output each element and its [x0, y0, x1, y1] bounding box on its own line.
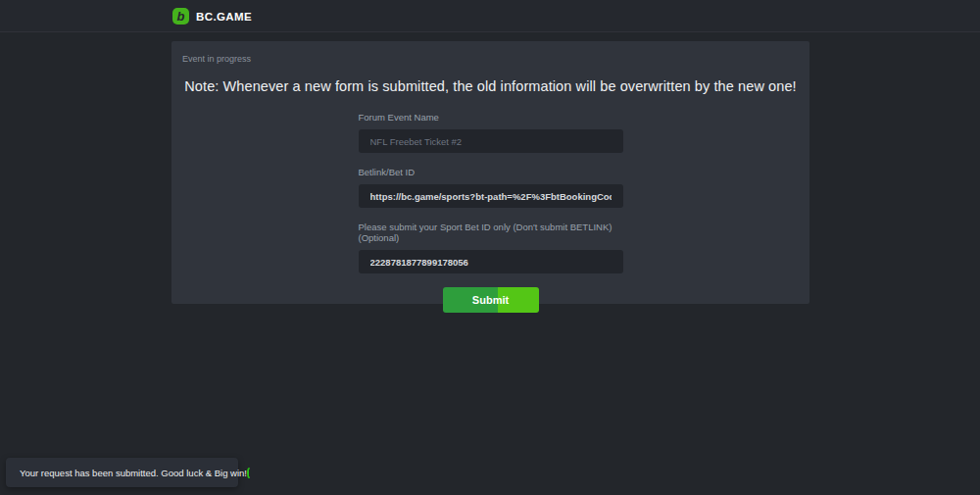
bcgame-logo-icon: b [172, 8, 189, 25]
field-forum-event-name: Forum Event Name [359, 112, 623, 153]
forum-event-name-label: Forum Event Name [359, 112, 623, 123]
submit-button[interactable]: Submit [443, 287, 539, 313]
brand-link[interactable]: b BC.GAME [172, 0, 252, 32]
forum-event-name-input[interactable] [359, 129, 623, 153]
field-sport-bet-id: Please submit your Sport Bet ID only (Do… [359, 222, 623, 273]
overwrite-note: Note: Whenever a new form is submitted, … [172, 78, 809, 94]
event-form: Forum Event Name Betlink/Bet ID Please s… [359, 112, 623, 313]
top-header: b BC.GAME [0, 0, 980, 32]
brand-name: BC.GAME [196, 11, 252, 23]
toast-message: Your request has been submitted. Good lu… [20, 468, 247, 478]
event-status-label: Event in progress [182, 54, 809, 64]
betlink-input[interactable] [359, 184, 623, 208]
field-betlink: Betlink/Bet ID [359, 167, 623, 208]
success-toast: Your request has been submitted. Good lu… [6, 458, 238, 487]
betlink-label: Betlink/Bet ID [359, 167, 623, 177]
event-form-panel: Event in progress Note: Whenever a new f… [172, 41, 809, 304]
sport-bet-id-input[interactable] [359, 250, 623, 273]
sport-bet-id-label: Please submit your Sport Bet ID only (Do… [359, 222, 623, 243]
loading-spinner-icon [247, 468, 251, 478]
